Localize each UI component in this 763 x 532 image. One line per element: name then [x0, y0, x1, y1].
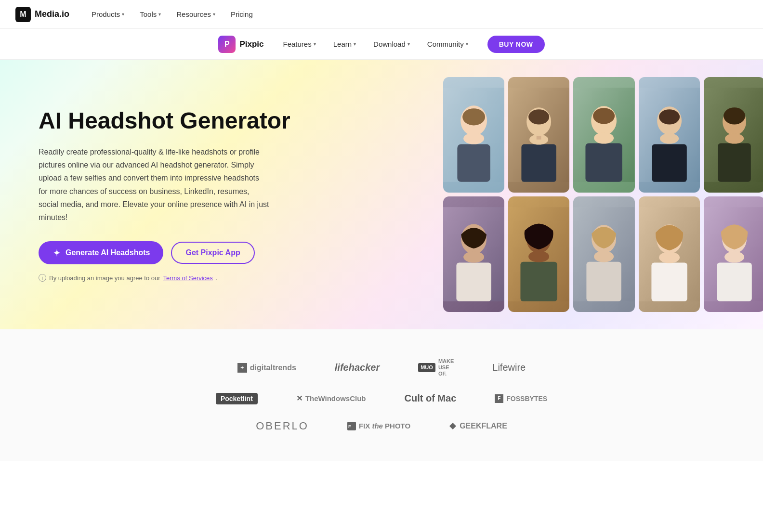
terms-text: i By uploading an image you agree to our…: [39, 274, 290, 282]
headshot-card-5: [704, 77, 763, 193]
sub-nav-link-download[interactable]: Download ▾: [366, 36, 418, 52]
sub-nav-inner: P Pixpic Features ▾ Learn ▾ Download: [218, 36, 544, 53]
brand-lifewire: Lifewire: [492, 362, 526, 373]
person-illustration-3: [573, 77, 634, 193]
svg-rect-43: [651, 263, 687, 301]
brand-digitaltrends: + digitaltrends: [237, 363, 296, 373]
brand-lifehacker: lifehacker: [335, 362, 380, 373]
hero-image-grid: [435, 69, 763, 320]
headshot-card-6: [443, 196, 504, 312]
svg-point-26: [724, 107, 745, 124]
headshot-card-9: [639, 196, 700, 312]
x-icon: ✕: [296, 394, 303, 403]
person-illustration-9: [639, 196, 700, 312]
svg-rect-11: [522, 144, 556, 182]
sub-nav-link-learn[interactable]: Learn ▾: [326, 36, 364, 52]
nav-item-pricing[interactable]: Pricing: [224, 6, 260, 22]
person-illustration-1: [443, 77, 504, 193]
person-illustration-2: [508, 77, 569, 193]
svg-point-40: [594, 251, 614, 262]
person-illustration-4: [639, 77, 700, 193]
nav-link-pricing[interactable]: Pricing: [224, 6, 260, 22]
terms-of-service-link[interactable]: Terms of Services: [163, 274, 213, 282]
nav-link-products[interactable]: Products ▾: [85, 6, 131, 22]
chevron-down-icon: ▾: [354, 41, 356, 47]
svg-point-18: [594, 132, 614, 143]
fossbytes-icon: F: [495, 394, 503, 403]
sub-nav-learn[interactable]: Learn ▾: [326, 36, 364, 52]
digitaltrends-icon: +: [237, 363, 247, 373]
pixpic-name: Pixpic: [239, 39, 263, 49]
geekflare-icon: [449, 422, 457, 430]
svg-rect-6: [469, 135, 473, 141]
chevron-down-icon: ▾: [408, 41, 410, 47]
headshot-card-1: [443, 77, 504, 193]
svg-rect-13: [537, 136, 541, 140]
sub-nav-links: Features ▾ Learn ▾ Download ▾ Community: [276, 36, 476, 52]
svg-marker-51: [449, 423, 456, 429]
headshot-card-7: [508, 196, 569, 312]
logo-name: Media.io: [35, 9, 69, 19]
person-illustration-5: [704, 77, 763, 193]
svg-rect-7: [475, 135, 479, 141]
sub-nav-link-community[interactable]: Community ▾: [420, 36, 476, 52]
brand-geekflare: GEEKFLARE: [449, 422, 507, 430]
svg-point-16: [593, 108, 615, 124]
svg-rect-39: [587, 262, 621, 301]
svg-rect-17: [586, 143, 622, 182]
svg-point-28: [725, 133, 744, 144]
top-nav-links: Products ▾ Tools ▾ Resources ▾ Pricing: [85, 6, 260, 22]
sub-nav-link-features[interactable]: Features ▾: [276, 36, 324, 52]
chevron-down-icon: ▾: [158, 12, 161, 17]
headshot-card-2: [508, 77, 569, 193]
svg-rect-35: [521, 262, 557, 301]
nav-link-resources[interactable]: Resources ▾: [170, 6, 222, 22]
brand-fossbytes: F FOSSBYTES: [495, 394, 547, 403]
chevron-down-icon: ▾: [213, 12, 215, 17]
hero-description: Readily create professional-quality & li…: [39, 145, 270, 224]
svg-point-36: [528, 251, 549, 262]
hero-buttons: Generate AI Headshots Get Pixpic App: [39, 241, 290, 264]
svg-point-10: [528, 109, 549, 124]
brands-row-3: OBERLO F FIX the PHOTO GEEKFLARE: [256, 420, 507, 432]
svg-point-5: [463, 133, 484, 144]
pixpic-logo[interactable]: P Pixpic: [218, 36, 263, 53]
get-pixpic-app-button[interactable]: Get Pixpic App: [171, 242, 254, 264]
chevron-down-icon: ▾: [466, 41, 468, 47]
headshot-card-4: [639, 77, 700, 193]
nav-item-tools[interactable]: Tools ▾: [133, 6, 168, 22]
hero-content: AI Headshot Generator Readily create pro…: [39, 107, 290, 282]
person-illustration-6: [443, 196, 504, 312]
headshot-card-10: [704, 196, 763, 312]
fixthephoto-icon: F: [347, 422, 356, 430]
nav-item-resources[interactable]: Resources ▾: [170, 6, 222, 22]
brand-oberlo: OBERLO: [256, 420, 309, 432]
nav-link-tools[interactable]: Tools ▾: [133, 6, 168, 22]
sub-nav-community[interactable]: Community ▾: [420, 36, 476, 52]
svg-rect-22: [652, 144, 686, 182]
sub-nav-features[interactable]: Features ▾: [276, 36, 324, 52]
info-icon: i: [39, 274, 46, 282]
svg-rect-27: [718, 143, 750, 182]
generate-ai-headshots-button[interactable]: Generate AI Headshots: [39, 241, 163, 264]
svg-rect-31: [456, 263, 491, 301]
svg-text:F: F: [348, 424, 351, 429]
media-io-logo[interactable]: M Media.io: [15, 7, 69, 22]
svg-point-3: [462, 108, 485, 125]
buy-now-button[interactable]: BUY NOW: [487, 36, 545, 53]
svg-point-23: [660, 133, 679, 144]
logo-icon: M: [15, 7, 31, 22]
brand-windowsclub: ✕ TheWindowsClub: [296, 394, 366, 403]
svg-point-21: [659, 109, 680, 124]
svg-point-48: [724, 251, 744, 262]
brands-row-2: Pocketlint ✕ TheWindowsClub Cult of Mac …: [216, 393, 547, 404]
sub-navigation: P Pixpic Features ▾ Learn ▾ Download: [0, 29, 763, 60]
nav-item-products[interactable]: Products ▾: [85, 6, 131, 22]
svg-rect-47: [717, 263, 751, 301]
svg-point-32: [463, 251, 484, 262]
person-illustration-7: [508, 196, 569, 312]
brand-makeuseof: MUO MAKEUSEOF.: [418, 358, 454, 377]
sub-nav-download[interactable]: Download ▾: [366, 36, 418, 52]
headshot-card-8: [573, 196, 634, 312]
chevron-down-icon: ▾: [122, 12, 124, 17]
